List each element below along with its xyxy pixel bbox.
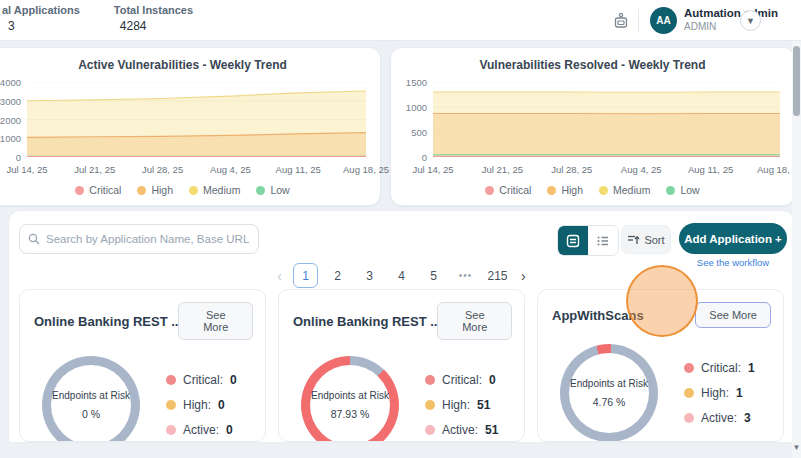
donut-center: Endpoints at Risk87.93 % [301, 356, 399, 442]
severity-label: Active: [442, 423, 478, 437]
list-view-button[interactable] [588, 226, 618, 255]
severity-label: High: [183, 398, 211, 412]
legend-item-low[interactable]: Low [666, 184, 699, 196]
stat-total-applications: al Applications 3 [2, 4, 80, 33]
legend-label: Critical [89, 184, 121, 196]
legend-dot [666, 186, 675, 195]
sort-icon [627, 234, 640, 246]
legend-dot [485, 186, 494, 195]
application-cards-row: Online Banking REST ...See MoreEndpoints… [19, 289, 784, 442]
x-tick-label: Aug 11, 25 [276, 164, 321, 175]
legend-item-high[interactable]: High [137, 184, 173, 196]
applications-section: Sort Add Application + See the workflow … [8, 210, 795, 443]
card-body: Endpoints at Risk4.76 %Critical: 1High: … [538, 344, 783, 442]
severity-stats: Critical: 0High: 51Active: 51 [425, 373, 498, 437]
donut-center: Endpoints at Risk4.76 % [560, 344, 658, 442]
application-title: Online Banking REST ... [34, 314, 178, 329]
stat-label: al Applications [2, 4, 80, 16]
legend-item-critical[interactable]: Critical [485, 184, 531, 196]
y-tick-label: 500 [411, 127, 427, 138]
x-tick-label: Aug 11, 25 [688, 164, 733, 175]
legend-label: High [151, 184, 173, 196]
severity-dot [166, 400, 176, 410]
severity-dot [684, 363, 694, 373]
chart-plot-area: 40003000200010000 [0, 82, 366, 157]
legend-item-low[interactable]: Low [256, 184, 289, 196]
vertical-scrollbar[interactable]: ▼ [792, 41, 801, 458]
x-tick-label: Aug 4, 25 [621, 164, 662, 175]
severity-dot [425, 425, 435, 435]
see-more-button[interactable]: See More [695, 302, 771, 328]
endpoints-donut-chart: Endpoints at Risk87.93 % [301, 356, 399, 442]
x-tick-label: Aug 4, 25 [210, 164, 251, 175]
stat-high: High: 0 [166, 398, 237, 412]
divider [638, 9, 639, 33]
legend-label: Medium [203, 184, 240, 196]
pagination-page-215[interactable]: 215 [485, 263, 510, 288]
severity-dot [425, 400, 435, 410]
severity-value: 51 [485, 423, 498, 437]
robot-icon[interactable] [612, 12, 630, 30]
chevron-down-icon[interactable]: ▼ [740, 10, 761, 31]
legend-item-high[interactable]: High [547, 184, 583, 196]
severity-value: 51 [477, 398, 490, 412]
x-tick-label: Jul 21, 25 [74, 164, 115, 175]
pagination-page-5[interactable]: 5 [421, 263, 446, 288]
legend-dot [137, 186, 146, 195]
see-more-button[interactable]: See More [437, 302, 512, 340]
stat-critical: Critical: 0 [425, 373, 498, 387]
legend-label: Critical [499, 184, 531, 196]
severity-value: 0 [226, 423, 233, 437]
severity-dot [684, 413, 694, 423]
scroll-down-icon[interactable]: ▼ [792, 443, 801, 452]
severity-label: Critical: [701, 361, 741, 375]
x-tick-label: Jul 14, 25 [412, 164, 453, 175]
chart-title: Vulnerabilities Resolved - Weekly Trend [391, 58, 794, 72]
search-input[interactable] [46, 233, 250, 245]
pagination-page-4[interactable]: 4 [389, 263, 414, 288]
chart-title: Active Vulnerabilities - Weekly Trend [0, 58, 380, 72]
legend-item-critical[interactable]: Critical [75, 184, 121, 196]
severity-value: 0 [489, 373, 496, 387]
stat-critical: Critical: 1 [684, 361, 755, 375]
area-chart [27, 82, 366, 157]
stat-active: Active: 0 [166, 423, 237, 437]
severity-label: High: [442, 398, 470, 412]
pagination-page-3[interactable]: 3 [357, 263, 382, 288]
legend-label: Low [270, 184, 289, 196]
x-tick-label: Jul 28, 25 [142, 164, 183, 175]
card-view-button[interactable] [558, 226, 588, 255]
card-header: Online Banking REST ...See More [279, 290, 524, 340]
avatar[interactable]: AA [650, 7, 677, 34]
y-tick-label: 1500 [406, 77, 427, 88]
legend-item-medium[interactable]: Medium [599, 184, 650, 196]
donut-label: Endpoints at Risk [311, 390, 389, 401]
area-chart [433, 82, 780, 157]
scrollbar-thumb[interactable] [793, 46, 800, 116]
pagination-prev[interactable]: ‹ [273, 268, 286, 284]
chart-card-active-vulnerabilities: Active Vulnerabilities - Weekly Trend400… [0, 47, 381, 206]
application-title: Online Banking REST ... [293, 314, 437, 329]
legend-item-medium[interactable]: Medium [189, 184, 240, 196]
see-more-button[interactable]: See More [178, 302, 253, 340]
severity-value: 1 [748, 361, 755, 375]
donut-label: Endpoints at Risk [52, 390, 130, 401]
pagination-page-2[interactable]: 2 [325, 263, 350, 288]
pagination-page-1[interactable]: 1 [293, 263, 318, 288]
pagination: ‹12345•••215› [9, 263, 794, 288]
pagination-next[interactable]: › [517, 268, 530, 284]
stat-active: Active: 51 [425, 423, 498, 437]
card-body: Endpoints at Risk0 %Critical: 0High: 0Ac… [20, 356, 265, 442]
endpoints-donut-chart: Endpoints at Risk4.76 % [560, 344, 658, 442]
user-name: Autmation admin [684, 7, 778, 19]
add-application-button[interactable]: Add Application + [679, 223, 787, 254]
stat-label: Total Instances [114, 4, 193, 16]
sort-button[interactable]: Sort [621, 225, 671, 254]
stat-high: High: 51 [425, 398, 498, 412]
donut-center: Endpoints at Risk0 % [42, 356, 140, 442]
endpoints-donut-chart: Endpoints at Risk0 % [42, 356, 140, 442]
card-view-icon [566, 234, 580, 248]
donut-percent: 87.93 % [331, 408, 370, 420]
severity-label: Active: [183, 423, 219, 437]
x-axis: Jul 14, 25Jul 21, 25Jul 28, 25Aug 4, 25A… [433, 164, 780, 178]
